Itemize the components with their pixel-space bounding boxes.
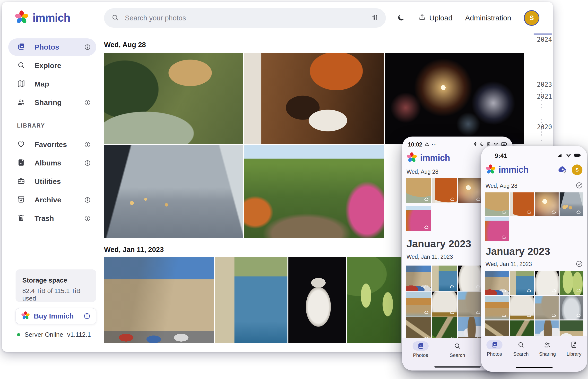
photo-thumbnail-coast[interactable] [510, 271, 534, 295]
sidebar-item-photos[interactable]: Photos [8, 38, 96, 56]
immich-logo[interactable]: immich [15, 10, 70, 25]
photo-thumbnail-ruins[interactable] [458, 292, 483, 317]
people-icon [17, 98, 25, 107]
sidebar-item-archive[interactable]: Archive [8, 191, 96, 209]
photo-thumbnail-bust[interactable] [458, 266, 483, 291]
info-icon[interactable] [84, 215, 91, 222]
photo-thumbnail-ruins[interactable] [535, 296, 559, 319]
tab-photos[interactable]: Photos [407, 341, 434, 358]
search-input[interactable]: Search your photos [104, 8, 386, 28]
photo-thumbnail-autumn[interactable] [406, 206, 431, 232]
photo-thumbnail-dinner[interactable] [244, 53, 384, 144]
sidebar-item-label: Map [34, 80, 91, 88]
tab-label: Photos [413, 352, 428, 358]
sidebar-item-albums[interactable]: Albums [8, 154, 96, 172]
photo-thumbnail-dinner[interactable] [510, 192, 534, 216]
info-icon[interactable] [83, 313, 91, 320]
select-all-check-icon[interactable] [576, 182, 583, 190]
tab-sharing[interactable]: Sharing [534, 340, 561, 357]
photo-thumbnail-zoo[interactable] [104, 53, 243, 144]
photo-thumbnail-berries[interactable] [559, 271, 583, 295]
photo-thumbnail-zoo[interactable] [406, 178, 431, 203]
sidebar-item-utilities[interactable]: Utilities [8, 173, 96, 190]
tab-library[interactable]: Library [561, 340, 587, 357]
photo-thumbnail-hands[interactable] [104, 145, 243, 238]
photo-thumbnail-beach[interactable] [406, 292, 431, 317]
home-indicator[interactable] [516, 367, 553, 368]
photo-thumbnail-dinner[interactable] [432, 178, 457, 203]
photo-thumbnail-castle[interactable] [485, 271, 509, 295]
photo-thumbnail-fireworks[interactable] [385, 53, 524, 144]
tab-search[interactable]: Search [444, 341, 471, 358]
sidebar-item-map[interactable]: Map [8, 75, 96, 93]
timeline-tick [541, 92, 542, 93]
tab-label: Search [513, 351, 528, 357]
timeline-year-2024[interactable]: 2024 [532, 36, 552, 43]
info-icon[interactable] [84, 141, 91, 148]
home-indicator[interactable] [434, 366, 481, 368]
filter-sliders-icon[interactable] [371, 14, 379, 22]
date-header: Wed, Aug 28 [407, 169, 438, 175]
sidebar-item-explore[interactable]: Explore [8, 57, 96, 74]
sidebar-item-sharing[interactable]: Sharing [8, 94, 96, 111]
upload-button[interactable]: Upload [418, 13, 452, 23]
info-icon[interactable] [84, 99, 91, 106]
timeline-tick [541, 119, 542, 120]
photo-grid [485, 192, 583, 216]
svg-text:97: 97 [503, 143, 505, 145]
avatar[interactable]: S [524, 10, 540, 26]
photo-thumbnail-ornate[interactable] [559, 296, 583, 319]
photo-thumbnail-hands[interactable] [559, 192, 583, 216]
photo-thumbnail-fireworks[interactable] [535, 192, 559, 216]
photos-icon [486, 340, 503, 349]
photo-thumbnail-beach[interactable] [485, 296, 509, 319]
tab-photos[interactable]: Photos [481, 340, 508, 357]
cloud-backup-icon [526, 209, 532, 215]
empty-cell [458, 206, 483, 232]
month-header: January 2023 [485, 246, 587, 257]
sidebar-item-label: Sharing [34, 98, 84, 107]
photo-thumbnail-sculpt2[interactable] [510, 296, 534, 319]
trash-icon [17, 214, 25, 223]
dark-mode-moon-icon[interactable] [397, 13, 406, 23]
timeline-year-2021[interactable]: 2021 [532, 93, 552, 100]
page: immich Search your photos Upload Adminis… [0, 0, 588, 379]
select-all-check-icon[interactable] [576, 260, 583, 268]
administration-link[interactable]: Administration [465, 14, 511, 22]
photo-thumbnail-autumn[interactable] [485, 217, 509, 241]
cloud-backup-icon [526, 288, 532, 293]
photo-thumbnail-coast[interactable] [215, 257, 287, 343]
cloud-sync-icon[interactable] [557, 164, 568, 176]
photo-thumbnail-bust[interactable] [535, 271, 559, 295]
buy-immich-button[interactable]: Buy Immich [16, 308, 96, 324]
timeline-year-2023[interactable]: 2023 [532, 81, 552, 88]
photo-thumbnail-sculpt2[interactable] [432, 292, 457, 317]
photo-thumbnail-castle[interactable] [406, 266, 431, 291]
sidebar-item-label: Photos [34, 43, 84, 51]
photo-thumbnail-coast[interactable] [432, 266, 457, 291]
info-icon[interactable] [84, 197, 91, 203]
avatar[interactable]: S [572, 164, 582, 175]
photo-thumbnail-castle[interactable] [104, 257, 214, 343]
photo-thumbnail-bust[interactable] [288, 257, 346, 343]
search-icon [513, 340, 529, 349]
photo-thumbnail-autumn[interactable] [244, 145, 384, 238]
info-icon[interactable] [84, 44, 91, 50]
sidebar-item-trash[interactable]: Trash [8, 210, 96, 227]
photo-thumbnail-fireworks[interactable] [458, 178, 483, 203]
immich-flower-icon [21, 311, 30, 321]
timeline-tick [541, 100, 542, 101]
cloud-backup-icon [476, 284, 481, 289]
photos-icon [17, 43, 25, 52]
cloud-backup-icon [576, 313, 581, 318]
cloud-backup-icon [502, 313, 507, 318]
info-icon[interactable] [84, 160, 91, 166]
sidebar-item-label: Utilities [34, 177, 91, 186]
photo-thumbnail-berries[interactable] [347, 257, 401, 343]
photo-thumbnail-zoo[interactable] [485, 192, 509, 216]
cloud-backup-icon [476, 197, 481, 202]
map-icon [17, 79, 25, 89]
sidebar-item-favorites[interactable]: Favorites [8, 136, 96, 153]
tab-label: Photos [487, 351, 502, 357]
tab-search[interactable]: Search [508, 340, 534, 357]
